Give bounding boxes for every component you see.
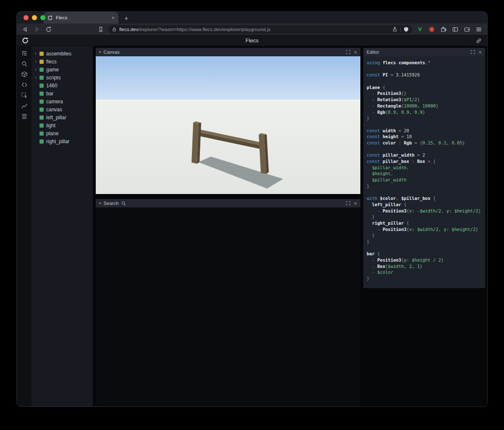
package-icon[interactable] (20, 71, 29, 78)
traffic-lights (24, 15, 45, 20)
code-line: - Rotation3{$PI/2} (367, 97, 485, 103)
hierarchy-icon[interactable] (20, 50, 29, 57)
desktop: Flecs × + (0, 0, 504, 430)
entity-color-swatch-icon (39, 60, 44, 64)
close-window-button[interactable] (24, 15, 29, 20)
expand-icon[interactable] (346, 201, 350, 205)
flecs-favicon-icon (47, 15, 53, 21)
collapse-caret-icon[interactable]: ▾ (99, 202, 101, 205)
editor-panel: Editor × using flecs.components.* const … (363, 48, 485, 288)
entity-color-swatch-icon (39, 52, 44, 56)
code-line: left_pillar { (367, 202, 485, 208)
inspect-icon[interactable] (20, 92, 29, 99)
browser-tab[interactable]: Flecs × (44, 12, 118, 24)
close-icon[interactable]: × (478, 50, 482, 55)
code-line: using flecs.components.* (367, 60, 485, 66)
entity-color-swatch-icon (39, 108, 44, 112)
code-line: - Box{$width, 2, 1} (367, 263, 485, 270)
tab-title: Flecs (56, 15, 108, 20)
tree-item-label: right_pillar (46, 139, 69, 144)
canvas-panel-header[interactable]: ▾ Canvas × (96, 48, 360, 56)
tree-item-scripts[interactable]: ›scripts (32, 73, 93, 81)
tree-item-left_pillar[interactable]: left_pillar (32, 113, 93, 121)
extension-v-icon[interactable]: V (416, 25, 424, 34)
shield-icon[interactable] (403, 26, 409, 32)
tree-item-label: light (46, 123, 55, 128)
entity-color-swatch-icon (39, 68, 44, 72)
wallet-icon[interactable] (463, 25, 471, 34)
code-line: - Rectangle{10000, 10000} (367, 103, 485, 109)
code-line: $pillar_width, (367, 165, 485, 171)
forward-button[interactable] (33, 25, 41, 34)
search-results-area[interactable] (96, 207, 360, 406)
expand-arrow-icon[interactable]: › (35, 59, 39, 64)
canvas-panel: ▾ Canvas × (96, 48, 360, 194)
expand-icon[interactable] (346, 50, 350, 54)
tool-sidebar (17, 46, 32, 406)
expand-arrow-icon[interactable]: › (35, 75, 39, 80)
stats-icon[interactable] (20, 102, 29, 110)
code-line: } (367, 183, 485, 189)
code-icon[interactable] (20, 81, 29, 89)
tree-item-plane[interactable]: plane (32, 129, 93, 137)
entity-color-swatch-icon (39, 139, 44, 144)
extensions-puzzle-icon[interactable] (439, 25, 448, 34)
tree-item-canvas[interactable]: canvas (32, 105, 93, 113)
code-line: with $color, $pillar_box { (367, 195, 485, 202)
sidebar-toggle-icon[interactable] (451, 25, 459, 34)
canvas-panel-title: Canvas (104, 50, 120, 55)
entity-color-swatch-icon (39, 100, 44, 104)
tree-item-1460[interactable]: 1460 (32, 81, 93, 89)
new-tab-button[interactable]: + (124, 15, 128, 22)
share-icon[interactable] (392, 26, 398, 32)
tree-item-bar[interactable]: bar (32, 89, 93, 97)
tree-item-flecs[interactable]: ›flecs (32, 58, 93, 66)
tree-item-game[interactable]: ›game (32, 66, 93, 73)
back-button[interactable] (21, 25, 29, 34)
entity-tree: ›assemblies›flecs›game›scripts1460barcam… (32, 46, 93, 406)
entity-color-swatch-icon (39, 115, 44, 120)
url-text: flecs.dev/explorer/?wasm=https://www.fle… (119, 27, 389, 32)
reload-button[interactable] (45, 25, 53, 34)
minimize-window-button[interactable] (32, 15, 37, 20)
close-icon[interactable]: × (354, 201, 357, 206)
code-line: - Position3{y: $height / 2} (367, 257, 485, 263)
zoom-window-button[interactable] (40, 15, 45, 20)
code-line: - Position3{x: -$width/2, y: $height/2} (367, 208, 485, 214)
close-tab-button[interactable]: × (111, 15, 115, 21)
search-icon[interactable] (20, 60, 29, 68)
tree-item-right_pillar[interactable]: right_pillar (32, 137, 93, 145)
search-panel-header[interactable]: ▾ Search × (96, 199, 360, 207)
bookmark-icon[interactable] (97, 25, 105, 34)
code-editor[interactable]: using flecs.components.* const PI = 3.14… (363, 56, 485, 288)
editor-panel-header[interactable]: Editor × (363, 48, 485, 56)
code-line: const pillar_width = 2 (367, 152, 485, 158)
collapse-caret-icon[interactable]: ▾ (99, 50, 101, 54)
code-line (367, 78, 485, 84)
tree-item-label: left_pillar (46, 115, 66, 121)
tree-item-camera[interactable]: camera (32, 97, 93, 105)
tree-item-label: camera (46, 99, 63, 105)
address-bar[interactable]: flecs.dev/explorer/?wasm=https://www.fle… (108, 25, 412, 34)
page-title: Flecs (17, 37, 487, 44)
sky (96, 56, 360, 100)
queries-icon[interactable] (20, 113, 29, 120)
navigation-bar: flecs.dev/explorer/?wasm=https://www.fle… (17, 24, 487, 35)
tree-item-assemblies[interactable]: ›assemblies (32, 50, 93, 58)
code-line: const width = 20 (367, 128, 485, 134)
share-link-icon[interactable] (475, 37, 482, 44)
close-icon[interactable]: × (354, 50, 357, 55)
expand-arrow-icon[interactable]: › (35, 67, 39, 72)
search-panel-title: Search (104, 201, 119, 206)
tree-item-light[interactable]: light (32, 121, 93, 129)
menu-icon[interactable] (475, 25, 483, 34)
code-line (367, 66, 485, 72)
code-line: const color : Rgb = {0.15, 0.1, 0.05} (367, 140, 485, 146)
expand-icon[interactable] (471, 50, 475, 54)
search-panel: ▾ Search × (96, 199, 360, 406)
canvas-3d-view[interactable] (96, 56, 360, 194)
browser-window: Flecs × + (17, 12, 487, 406)
extension-red-icon[interactable] (428, 25, 436, 34)
code-line: right_pillar { (367, 220, 485, 226)
expand-arrow-icon[interactable]: › (35, 51, 39, 56)
